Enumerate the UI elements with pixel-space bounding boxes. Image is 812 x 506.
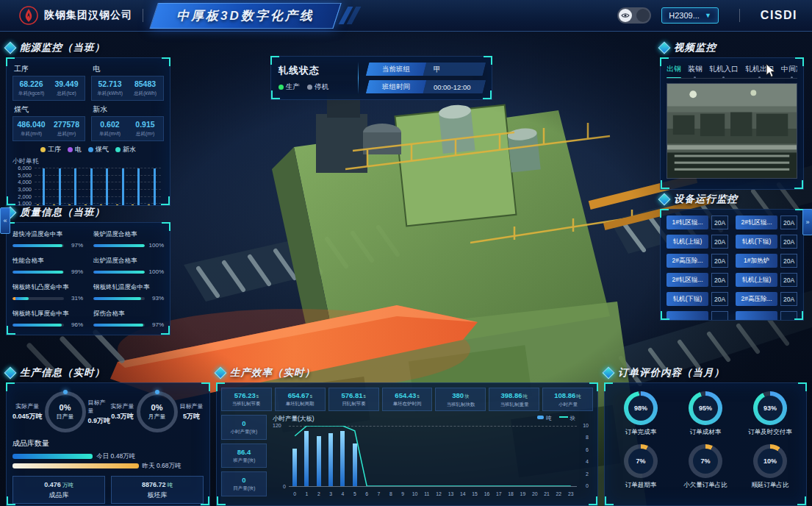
mouse-cursor <box>766 63 776 78</box>
camera-tab-出钢[interactable]: 出钢 <box>667 64 681 74</box>
orders-panel: 订单评价内容（当月） 98% 订单完成率 95% 订单成材率 93% 订单及时交… <box>604 366 807 506</box>
efficiency-panel: 生产效率（实时） 576.23s当班轧制节奏654.67s单坯轧制周期576.8… <box>216 366 598 506</box>
camera-tab-中间冷[interactable]: 中间冷 <box>781 64 797 74</box>
hourly-production-chart: 小时产量(大板) 吨 块 12001086420 012345678910111… <box>271 415 593 496</box>
heat-number-dropdown[interactable]: H2309... ▼ <box>661 7 719 24</box>
finished-stock-card[interactable]: 0.476万吨 成品库 <box>12 476 105 504</box>
production-dot-icon <box>279 85 284 90</box>
camera-tab-轧机入口[interactable]: 轧机入口 <box>709 64 739 74</box>
efficiency-card: 654.43s单坯在炉时间 <box>382 388 433 411</box>
camera-tabs: 出钢装钢轧机入口轧机出口中间冷电动辊 <box>667 64 797 79</box>
efficiency-panel-title: 生产效率（实时） <box>230 366 315 380</box>
quality-metric: 出炉温度合格率 100% <box>93 257 164 275</box>
stopped-dot-icon <box>307 85 312 90</box>
energy-group: 新水 0.602单耗(m³/t) 0.915总耗(m³) <box>91 104 164 141</box>
video-panel-title: 视频监控 <box>674 41 716 54</box>
current-shift-value: 甲 <box>434 65 441 74</box>
diamond-icon <box>658 42 671 54</box>
orders-panel-title: 订单评价内容（当月） <box>618 366 725 380</box>
diamond-icon <box>4 367 17 380</box>
dashboard-root: 陕钢集团汉钢公司 中厚板3D数字化产线 H2309... ▼ CISDI 能源监 <box>0 0 812 506</box>
legend-stopped: 停机 <box>307 82 328 92</box>
quality-metric: 钢板终轧厚度命中率 96% <box>12 310 83 328</box>
efficiency-side-card: 0小时产量(块) <box>221 415 267 440</box>
order-kpi-donuts: 98% 订单完成率 95% 订单成材率 93% 订单及时交付率 7% 订单超期率… <box>611 389 800 490</box>
monthly-actual-output: 0.3万吨 <box>111 412 134 421</box>
order-kpi: 95% 订单成材率 <box>675 391 736 437</box>
legend-item: 工序 <box>40 145 61 154</box>
legend-production: 生产 <box>279 82 300 92</box>
order-kpi-donut: 10% <box>753 444 787 478</box>
visibility-toggle[interactable] <box>617 7 651 24</box>
energy-group: 工序 68.226单耗(kgce/t) 39.449总耗(tce) <box>12 64 85 101</box>
stock-bar-yesterday: 昨天 0.68万吨 <box>12 461 204 471</box>
camera-feed[interactable] <box>667 83 797 179</box>
efficiency-side-cards: 0小时产量(块)86.4班产量(块)0日产量(块) <box>221 415 267 496</box>
order-kpi: 7% 小欠量订单占比 <box>675 444 736 490</box>
topbar-divider <box>143 9 143 22</box>
monthly-output-gauge: 0%月产量 <box>137 391 178 432</box>
order-kpi: 7% 订单超期率 <box>611 444 671 490</box>
bar-legend-icon <box>537 416 544 419</box>
vertical-divider <box>358 62 359 94</box>
order-kpi: 10% 顺延订单占比 <box>740 444 800 490</box>
company-logo: 陕钢集团汉钢公司 <box>19 6 132 25</box>
line-status-panel: 轧线状态 生产 停机 当前班组 甲 班组时间 00:00-12:00 <box>270 56 492 100</box>
equipment-row: 轧机(下辊)20A2#高压除...20A <box>667 292 797 306</box>
diamond-icon <box>603 367 615 380</box>
slab-stock-card[interactable]: 8876.72吨 板坯库 <box>111 476 204 504</box>
legend-item: 新水 <box>115 145 136 154</box>
legend-item: 煤气 <box>88 145 109 154</box>
equipment-row: 1#轧区辊...20A2#轧区辊...20A <box>667 215 797 229</box>
energy-group: 电 52.713单耗(kWh/t) 85483总耗(kWh) <box>91 64 164 101</box>
page-title-plate: 中厚板3D数字化产线 <box>149 3 341 29</box>
camera-tab-装钢[interactable]: 装钢 <box>688 64 703 74</box>
collapse-right-tab[interactable]: » <box>802 209 812 235</box>
efficiency-card: 108.86吨小时产量 <box>542 388 593 411</box>
line-status-title: 轧线状态 <box>279 64 349 77</box>
daily-target-output: 0.9万吨 <box>88 416 111 426</box>
diamond-icon <box>4 42 17 54</box>
equipment-panel-header: 设备运行监控 <box>660 193 804 206</box>
chevron-down-icon: ▼ <box>705 12 711 19</box>
energy-panel: 能源监控（当班） 工序 68.226单耗(kgce/t) 39.449总耗(tc… <box>6 41 170 206</box>
monthly-output-percent: 0% <box>151 403 163 412</box>
equipment-row-partial <box>667 311 797 320</box>
order-kpi: 98% 订单完成率 <box>611 391 671 437</box>
current-shift-row: 当前班组 甲 <box>366 63 486 76</box>
daily-output-percent: 0% <box>60 403 71 412</box>
equipment-row: 2#轧区辊...20A轧机(上辊)20A <box>667 273 797 287</box>
current-shift-label: 当前班组 <box>382 65 410 74</box>
camera-feed-image <box>667 84 797 178</box>
quality-metric: 装炉温度合格率 100% <box>93 230 164 249</box>
heat-number-value: H2309... <box>669 11 700 20</box>
daily-output-gauge: 0%日产量 <box>45 391 86 432</box>
efficiency-card: 576.81s日轧制节奏 <box>328 388 379 411</box>
topbar-divider <box>739 9 740 22</box>
page-title: 中厚板3D数字化产线 <box>176 7 315 24</box>
equipment-current-list: 1#轧区辊...20A2#轧区辊...20A轧机(上辊)20A轧机(下辊)20A… <box>667 215 797 320</box>
quality-panel: 质量信息（当班） 超快冷温度命中率 97%装炉温度合格率 100%性能合格率 9… <box>6 206 170 335</box>
stock-section-title: 成品库数量 <box>12 438 204 449</box>
efficiency-side-card: 86.4班产量(块) <box>221 443 267 468</box>
shift-time-label: 班组时间 <box>382 82 410 92</box>
cisdi-brand: CISDI <box>761 9 797 22</box>
quality-metric: 探伤合格率 97% <box>93 310 164 328</box>
equipment-panel: 设备运行监控 1#轧区辊...20A2#轧区辊...20A轧机(上辊)20A轧机… <box>660 193 804 321</box>
order-kpi-donut: 93% <box>753 391 787 425</box>
production-panel-title: 生产信息（实时） <box>20 366 105 380</box>
efficiency-panel-header: 生产效率（实时） <box>216 366 598 380</box>
daily-output-gauge-group: 实际产量0.045万吨 0%日产量 目标产量0.9万吨 <box>12 391 110 432</box>
order-kpi-donut: 98% <box>624 391 658 425</box>
energy-panel-header: 能源监控（当班） <box>6 41 170 54</box>
efficiency-side-card: 0日产量(块) <box>221 471 267 496</box>
collapse-left-tab[interactable]: « <box>0 207 10 234</box>
order-kpi-donut: 7% <box>624 444 658 478</box>
order-kpi-donut: 95% <box>689 391 722 425</box>
equipment-panel-title: 设备运行监控 <box>674 193 738 206</box>
energy-panel-title: 能源监控（当班） <box>20 41 105 54</box>
energy-bars <box>35 168 161 205</box>
energy-hourly-chart: 6,0005,0004,0003,0002,0001,000023456789 <box>12 166 164 205</box>
production-panel: 生产信息（实时） 实际产量0.045万吨 0%日产量 目标产量0.9万吨 实际产… <box>6 366 210 506</box>
order-kpi-donut: 7% <box>689 444 722 478</box>
